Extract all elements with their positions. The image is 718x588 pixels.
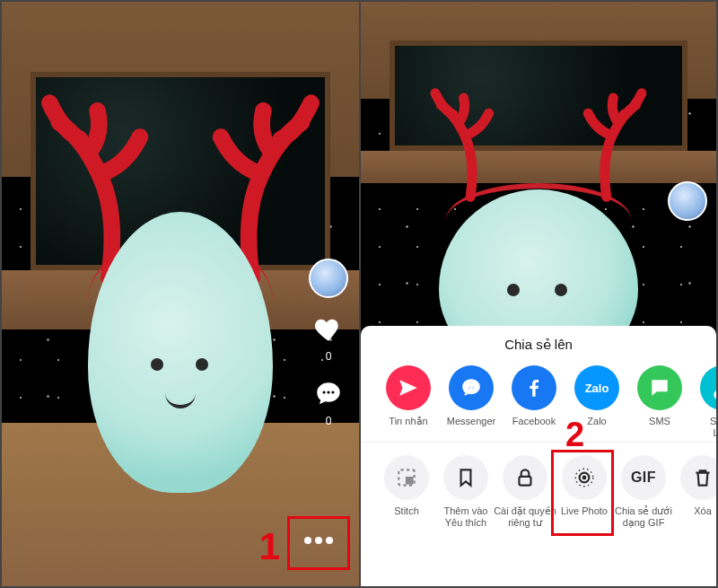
share-sheet-title: Chia sẻ lên xyxy=(361,326,716,360)
avatar[interactable] xyxy=(309,259,348,298)
comment-count: 0 xyxy=(326,415,332,427)
svg-point-1 xyxy=(327,391,329,394)
action-gif[interactable]: GIFChia sẻ dưới dạng GIF xyxy=(614,455,673,528)
svg-point-3 xyxy=(304,537,311,544)
svg-point-5 xyxy=(326,537,333,544)
share-label: Facebook xyxy=(502,416,566,427)
action-privacy[interactable]: Cài đặt quyền riêng tư xyxy=(495,455,555,528)
video-frame xyxy=(361,2,716,326)
action-livephoto[interactable]: Live Photo xyxy=(555,455,614,528)
svg-rect-9 xyxy=(520,477,531,486)
zalo-icon: Zalo xyxy=(574,365,619,410)
screenshot-right: Chia sẻ lên Tin nhắnMessengerFacebookZal… xyxy=(359,2,716,586)
annotation-number-2: 2 xyxy=(565,416,584,454)
share-label: Sao c Liên xyxy=(690,416,716,438)
share-label: Tin nhắn xyxy=(376,416,441,427)
delete-icon xyxy=(680,455,716,500)
video-frame xyxy=(2,2,359,586)
favorite-icon xyxy=(443,455,488,500)
like-count: 0 xyxy=(326,350,332,363)
svg-point-0 xyxy=(322,391,325,394)
facebook-icon xyxy=(512,365,556,410)
screenshot-left: 0 0 1 xyxy=(2,2,359,586)
action-stitch[interactable]: Stitch xyxy=(377,455,436,528)
share-label: SMS xyxy=(627,416,692,427)
comment-icon[interactable] xyxy=(313,379,344,409)
share-send[interactable]: Tin nhắn xyxy=(377,365,440,438)
privacy-icon xyxy=(503,455,547,500)
more-button[interactable] xyxy=(298,520,339,561)
sms-icon xyxy=(637,365,682,410)
send-icon xyxy=(386,365,431,410)
action-label: Thêm vào Yêu thích xyxy=(433,505,498,528)
action-label: Cài đặt quyền riêng tư xyxy=(493,505,557,528)
share-label: Messenger xyxy=(439,416,503,427)
svg-point-4 xyxy=(315,537,322,544)
share-sheet: Chia sẻ lên Tin nhắnMessengerFacebookZal… xyxy=(361,326,716,586)
share-apps-row: Tin nhắnMessengerFacebookZaloZaloSMSSao … xyxy=(361,360,716,438)
stitch-icon xyxy=(384,455,429,500)
share-copylink[interactable]: Sao c Liên xyxy=(691,365,716,438)
like-icon[interactable] xyxy=(313,314,344,345)
action-label: Xóa xyxy=(670,505,716,517)
action-label: Stitch xyxy=(374,505,439,517)
action-label: Live Photo xyxy=(552,505,617,517)
share-sms[interactable]: SMS xyxy=(628,365,691,438)
share-messenger[interactable]: Messenger xyxy=(440,365,503,438)
annotation-number-1: 1 xyxy=(259,525,280,568)
share-actions-row: StitchThêm vào Yêu thíchCài đặt quyền ri… xyxy=(361,442,716,528)
action-favorite[interactable]: Thêm vào Yêu thích xyxy=(436,455,495,528)
svg-rect-8 xyxy=(406,477,414,485)
gif-icon: GIF xyxy=(621,455,666,500)
action-label: Chia sẻ dưới dạng GIF xyxy=(611,505,676,528)
share-facebook[interactable]: Facebook xyxy=(503,365,565,438)
svg-point-2 xyxy=(331,391,334,394)
svg-point-11 xyxy=(582,476,587,480)
livephoto-icon xyxy=(562,455,607,500)
messenger-icon xyxy=(449,365,494,410)
copylink-icon xyxy=(700,365,716,410)
action-delete[interactable]: Xóa xyxy=(673,455,716,528)
avatar[interactable] xyxy=(668,181,707,221)
